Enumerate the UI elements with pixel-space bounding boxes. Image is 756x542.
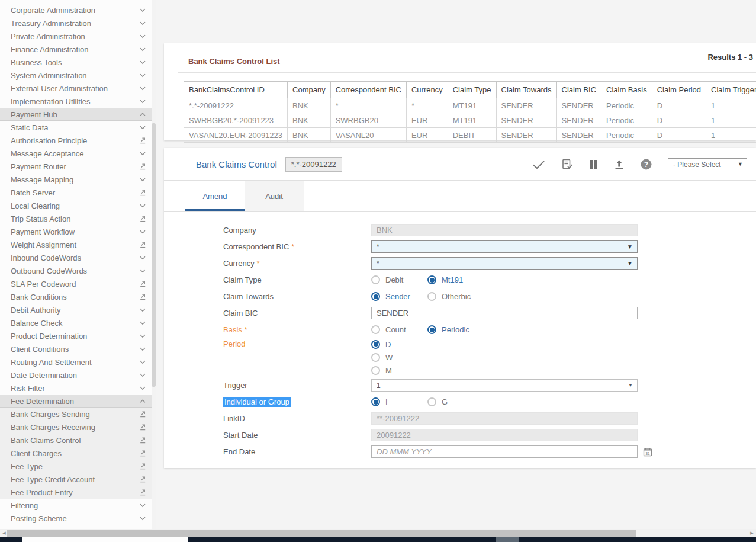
sidebar-item-system-administration[interactable]: System Administration [0,69,156,82]
sidebar-item-local-clearing[interactable]: Local Clearing [0,199,156,212]
chevron-down-icon [139,228,146,235]
end-date-field[interactable] [371,445,638,458]
upload-icon[interactable] [614,159,625,170]
sidebar-item-static-data[interactable]: Static Data [0,121,156,134]
scroll-right-arrow[interactable]: ▶ [748,529,756,537]
confirm-check-icon[interactable] [532,160,545,169]
sidebar-item-weight-assignment[interactable]: Weight Assignment [0,238,156,251]
radio-period-w[interactable]: W [371,351,401,363]
radio-basis-count[interactable]: Count [371,325,427,334]
sidebar-item-batch-server[interactable]: Batch Server [0,186,156,199]
calendar-icon[interactable]: 31 [643,447,652,457]
claim-bic-field[interactable] [371,307,638,319]
chevron-up-icon [139,397,146,405]
sidebar-item-fee-determination[interactable]: Fee Determination [0,395,156,408]
radio-selected-icon[interactable] [371,292,380,301]
radio-selected-icon[interactable] [427,275,436,284]
field-label-claim-type: Claim Type [223,275,371,284]
help-icon[interactable]: ? [641,159,652,170]
sidebar-item-routing-and-settlement[interactable]: Routing And Settlement [0,355,156,368]
radio-basis-periodic[interactable]: Periodic [427,325,484,334]
sidebar-item-bank-conditions[interactable]: Bank Conditions [0,290,156,303]
radio-selected-icon[interactable] [371,340,380,349]
radio-period-m[interactable]: M [371,364,400,376]
sidebar-item-fee-product-entry[interactable]: Fee Product Entry [0,486,156,499]
sidebar-item-filtering[interactable]: Filtering [0,499,156,512]
table-cell: D [652,128,706,143]
correspondent-bic-select[interactable]: *▼ [371,240,638,253]
sidebar-item-corporate-administration[interactable]: Corporate Administration [0,4,156,17]
sidebar-item-message-mapping[interactable]: Message Mapping [0,173,156,186]
sidebar-item-outbound-codewords[interactable]: Outbound CodeWords [0,264,156,277]
sidebar-item-bank-charges-sending[interactable]: Bank Charges Sending [0,408,156,421]
radio-unselected-icon[interactable] [427,292,436,301]
sidebar-item-sla-per-codeword[interactable]: SLA Per Codeword [0,277,156,290]
radio-option-label: M [385,366,392,375]
table-cell: Periodic [601,98,652,113]
sidebar-scrollbar[interactable] [152,0,156,529]
radio-period-d[interactable]: D [371,338,399,350]
sidebar-item-debit-authority[interactable]: Debit Authority [0,303,156,316]
sidebar-item-label: Corporate Administration [11,6,95,15]
sidebar-item-implementation-utilities[interactable]: Implementation Utilities [0,95,156,108]
sidebar-item-product-determination[interactable]: Product Determination [0,329,156,342]
sidebar-item-authorisation-principle[interactable]: Authorisation Principle [0,134,156,147]
radio-unselected-icon[interactable] [427,397,436,406]
tab-audit[interactable]: Audit [245,181,304,211]
sidebar-item-external-user-administration[interactable]: External User Administration [0,82,156,95]
sidebar-item-message-acceptance[interactable]: Message Acceptance [0,147,156,160]
radio-claim-towards-otherbic[interactable]: Otherbic [427,292,484,301]
radio-unselected-icon[interactable] [371,275,380,284]
trigger-select[interactable]: 1▼ [371,379,638,392]
field-row-basis: Basis*CountPeriodic [223,322,756,338]
sidebar-item-date-determination[interactable]: Date Determination [0,368,156,381]
radio-individual-or-group-i[interactable]: I [371,397,427,406]
radio-claim-type-debit[interactable]: Debit [371,275,427,284]
sidebar-item-fee-type-credit-account[interactable]: Fee Type Credit Account [0,473,156,486]
table-cell: EUR [406,113,448,128]
sidebar-item-client-charges[interactable]: Client Charges [0,447,156,460]
table-cell: MT191 [448,113,496,128]
tab-amend[interactable]: Amend [185,181,245,211]
action-select[interactable]: - Please Select ▼ [668,158,747,171]
hold-pause-icon[interactable] [589,159,598,170]
tab-amend-label: Amend [202,192,227,201]
radio-unselected-icon[interactable] [371,366,380,375]
verify-document-icon[interactable] [561,159,573,170]
sidebar-item-fee-type[interactable]: Fee Type [0,460,156,473]
sidebar-scrollbar-thumb[interactable] [152,123,156,387]
sidebar-item-client-conditions[interactable]: Client Conditions [0,342,156,355]
currency-select[interactable]: *▼ [371,257,638,270]
chevron-down-icon [139,345,146,352]
sidebar-item-posting-scheme[interactable]: Posting Scheme [0,512,156,525]
sidebar-item-balance-check[interactable]: Balance Check [0,316,156,329]
radio-selected-icon[interactable] [427,325,436,334]
sidebar-item-treasury-administration[interactable]: Treasury Administration [0,17,156,30]
sidebar-item-bank-claims-control[interactable]: Bank Claims Control [0,434,156,447]
sidebar-item-payment-workflow[interactable]: Payment Workflow [0,225,156,238]
sidebar-item-finance-administration[interactable]: Finance Administration [0,43,156,56]
radio-unselected-icon[interactable] [371,353,380,362]
radio-selected-icon[interactable] [371,397,380,406]
sidebar-item-trip-status-action[interactable]: Trip Status Action [0,212,156,225]
radio-individual-or-group-g[interactable]: G [427,397,484,406]
correspondent-bic-select-value: * [377,243,379,251]
sidebar-item-label: System Administration [11,71,87,80]
sidebar-item-label: Fee Determination [11,397,74,406]
sidebar-item-payment-hub[interactable]: Payment Hub [0,108,156,121]
radio-unselected-icon[interactable] [371,325,380,334]
sidebar-item-label: Local Clearing [11,201,60,210]
sidebar-item-risk-filter[interactable]: Risk Filter [0,381,156,395]
chevron-down-icon [139,176,146,183]
radio-claim-type-mt191[interactable]: Mt191 [427,275,484,284]
radio-claim-towards-sender[interactable]: Sender [371,292,427,301]
sidebar-item-inbound-codewords[interactable]: Inbound CodeWords [0,251,156,264]
sidebar-item-payment-router[interactable]: Payment Router [0,160,156,173]
table-cell: SWRBGB20.*-20091223 [184,113,288,128]
sidebar-item-bank-charges-receiving[interactable]: Bank Charges Receiving [0,421,156,434]
sidebar-item-label: Fee Type [11,462,43,471]
sidebar-item-business-tools[interactable]: Business Tools [0,56,156,69]
sidebar-item-private-administration[interactable]: Private Administration [0,30,156,43]
horizontal-scrollbar-thumb[interactable] [7,530,636,537]
horizontal-scrollbar[interactable]: ◀ ▶ [0,529,756,537]
